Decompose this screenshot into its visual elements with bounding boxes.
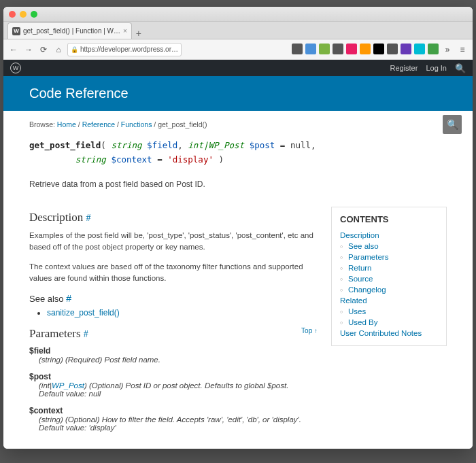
ext-icon[interactable] xyxy=(414,44,425,54)
section-anchor[interactable]: # xyxy=(84,329,88,339)
breadcrumb-home[interactable]: Home xyxy=(57,120,76,128)
lock-icon: 🔒 xyxy=(71,46,78,53)
wordpress-favicon: W xyxy=(12,27,20,35)
ext-icon[interactable] xyxy=(401,44,411,54)
maximize-window-button[interactable] xyxy=(31,11,37,18)
param-default: 'display' xyxy=(167,154,214,165)
extension-icons: » ≡ xyxy=(292,44,469,56)
browser-toolbar: ← → ⟳ ⌂ 🔒 https://developer.wordpress.or… xyxy=(3,39,473,60)
ext-icon[interactable] xyxy=(373,44,384,54)
back-button[interactable]: ← xyxy=(7,44,20,56)
reload-button[interactable]: ⟳ xyxy=(37,44,50,56)
parameters-heading: Parameters # xyxy=(29,327,318,341)
heading-text: See also xyxy=(29,294,64,304)
ext-icon[interactable] xyxy=(305,44,316,54)
toc-uses[interactable]: Uses xyxy=(340,306,438,317)
breadcrumb: Browse: Home / Reference / Functions / g… xyxy=(29,120,447,128)
param-default: Default value: null xyxy=(29,390,318,398)
register-link[interactable]: Register xyxy=(390,64,418,72)
see-also-heading: See also # xyxy=(29,293,318,304)
ext-icon[interactable] xyxy=(428,44,439,54)
param-type-text: (int| xyxy=(39,381,52,390)
toc-usedby[interactable]: Used By xyxy=(340,317,438,328)
param-type: int|WP_Post xyxy=(188,140,244,150)
param-type: string xyxy=(111,140,141,150)
section-anchor[interactable]: # xyxy=(86,213,91,223)
param-desc-text: ) (Optional) Post ID or post object. Def… xyxy=(84,381,288,390)
param-default: null xyxy=(290,140,311,150)
admin-search-icon[interactable]: 🔍 xyxy=(455,63,466,73)
description-p1: Examples of the post field will be, 'pos… xyxy=(29,230,318,254)
top-link[interactable]: Top ↑ xyxy=(301,327,318,335)
new-tab-button[interactable]: + xyxy=(132,28,146,39)
ext-icon[interactable] xyxy=(292,44,303,54)
url-text: https://developer.wordpress.or… xyxy=(80,46,178,53)
param-name: $context xyxy=(111,154,152,165)
function-summary: Retrieve data from a post field based on… xyxy=(29,179,447,189)
toc-related[interactable]: Related xyxy=(340,295,438,306)
forward-button[interactable]: → xyxy=(22,44,35,56)
param-name: $post xyxy=(29,372,318,381)
url-field[interactable]: 🔒 https://developer.wordpress.or… xyxy=(67,43,182,56)
param-post: $post (int|WP_Post) (Optional) Post ID o… xyxy=(29,372,318,398)
toc-description[interactable]: Description xyxy=(340,230,438,241)
toc-seealso[interactable]: See also xyxy=(340,241,438,252)
content-area: 🔍 Browse: Home / Reference / Functions /… xyxy=(3,111,473,449)
browser-tab[interactable]: W get_post_field() | Function | W… × xyxy=(7,22,132,39)
section-anchor[interactable]: # xyxy=(66,293,71,304)
toc-notes[interactable]: User Contributed Notes xyxy=(340,328,438,339)
close-tab-icon[interactable]: × xyxy=(123,27,127,35)
breadcrumb-prefix: Browse: xyxy=(29,120,55,128)
param-field: $field (string) (Required) Post field na… xyxy=(29,346,318,364)
param-type: string xyxy=(75,154,106,165)
param-name: $context xyxy=(29,406,318,415)
param-name: $field xyxy=(29,346,318,356)
ext-icon[interactable] xyxy=(346,44,357,54)
mac-titlebar xyxy=(3,7,473,22)
search-button[interactable]: 🔍 xyxy=(443,115,462,134)
ext-icon[interactable] xyxy=(333,44,343,54)
main-column: Description # Examples of the post field… xyxy=(29,207,318,440)
page-title: Code Reference xyxy=(29,86,129,101)
login-link[interactable]: Log In xyxy=(426,64,447,72)
toc-title: CONTENTS xyxy=(340,214,438,224)
param-desc: (string) (Required) Post field name. xyxy=(29,356,318,364)
toc-return[interactable]: Return xyxy=(340,262,438,273)
see-also-link[interactable]: sanitize_post_field() xyxy=(47,308,120,318)
fn-name: get_post_field xyxy=(29,140,101,150)
breadcrumb-current: get_post_field() xyxy=(158,120,207,128)
param-desc: (string) (Optional) How to filter the fi… xyxy=(29,415,318,424)
description-p2: The context values are based off of the … xyxy=(29,261,318,285)
ext-icon[interactable] xyxy=(387,44,398,54)
wordpress-logo-icon[interactable]: W xyxy=(10,63,21,73)
heading-text: Parameters xyxy=(29,327,81,340)
overflow-icon[interactable]: » xyxy=(441,44,454,56)
param-context: $context (string) (Optional) How to filt… xyxy=(29,406,318,432)
tab-title: get_post_field() | Function | W… xyxy=(23,27,120,35)
browser-tabstrip: W get_post_field() | Function | W… × + xyxy=(3,22,473,39)
menu-icon[interactable]: ≡ xyxy=(456,44,469,56)
breadcrumb-reference[interactable]: Reference xyxy=(82,120,115,128)
param-name: $field xyxy=(147,140,177,150)
ext-icon[interactable] xyxy=(319,44,330,54)
param-desc: (int|WP_Post) (Optional) Post ID or post… xyxy=(29,381,318,390)
heading-text: Description xyxy=(29,211,83,224)
description-heading: Description # xyxy=(29,211,318,224)
toc-sidebar: CONTENTS Description See also Parameters… xyxy=(331,207,447,346)
minimize-window-button[interactable] xyxy=(20,11,27,18)
param-name: $post xyxy=(250,140,275,150)
wp-post-link[interactable]: WP_Post xyxy=(52,381,84,390)
toc-changelog[interactable]: Changelog xyxy=(340,284,438,295)
ext-icon[interactable] xyxy=(360,44,371,54)
param-default: Default value: 'display' xyxy=(29,424,318,432)
function-signature: get_post_field( string $field, int|WP_Po… xyxy=(29,138,447,167)
page-header: Code Reference xyxy=(3,76,473,111)
close-window-button[interactable] xyxy=(9,11,16,18)
toc-parameters[interactable]: Parameters xyxy=(340,252,438,262)
wp-admin-bar: W Register Log In 🔍 xyxy=(3,60,473,76)
toc-source[interactable]: Source xyxy=(340,273,438,284)
home-button[interactable]: ⌂ xyxy=(52,44,65,56)
breadcrumb-functions[interactable]: Functions xyxy=(121,120,152,128)
